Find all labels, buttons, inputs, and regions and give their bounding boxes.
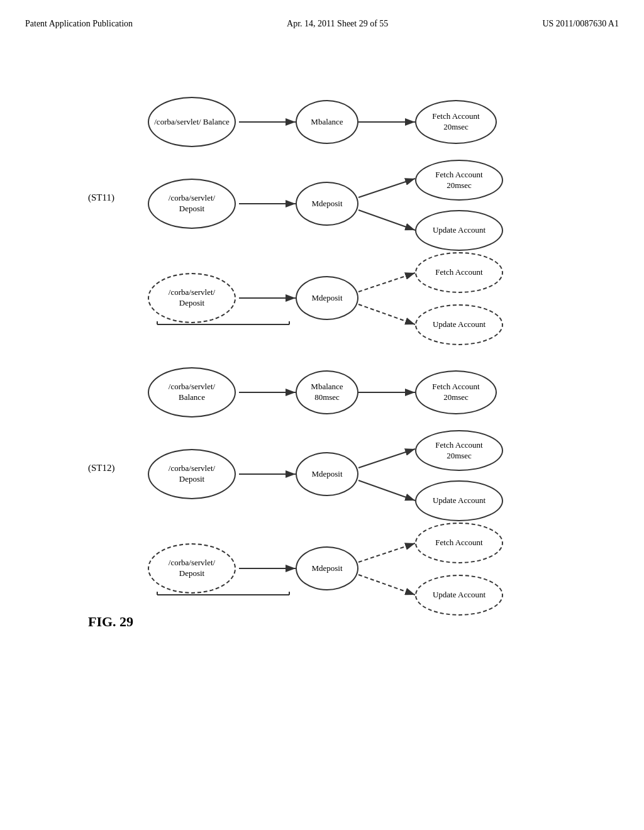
page: Patent Application Publication Apr. 14, … [0,0,644,830]
row4-node1: /corba/servlet/Balance [148,367,236,418]
svg-line-5 [358,179,415,197]
row3-node3a: Fetch Account [415,252,503,293]
row6-node3b: Update Account [415,575,503,616]
row2-node3a: Fetch Account20msec [415,160,503,201]
row3-node2: Mdeposit [296,276,358,320]
st12-label: (ST12) [88,463,115,473]
row2-node1: /corba/servlet/Deposit [148,179,236,229]
svg-line-17 [358,480,415,501]
row3-node1: /corba/servlet/Deposit [148,273,236,323]
svg-line-6 [358,210,415,230]
row5-node3a: Fetch Account20msec [415,430,503,471]
diagram-area: /corba/servlet/ Balance Mbalance Fetch A… [25,48,619,821]
row1-node2: Mbalance [296,100,358,144]
header-left: Patent Application Publication [25,19,133,29]
arrows-svg [25,48,619,821]
page-header: Patent Application Publication Apr. 14, … [25,19,619,29]
svg-line-9 [358,304,415,324]
fig-label: FIG. 29 [88,614,133,630]
row3-node3b: Update Account [415,304,503,345]
header-right: US 2011/0087630 A1 [542,19,619,29]
row4-node3: Fetch Account20msec [415,370,497,414]
row4-node2: Mbalance80msec [296,370,358,414]
header-center: Apr. 14, 2011 Sheet 29 of 55 [287,19,388,29]
row5-node3b: Update Account [415,480,503,521]
row1-node3: Fetch Account20msec [415,100,497,144]
svg-line-16 [358,449,415,468]
svg-line-19 [358,543,415,562]
row6-node1: /corba/servlet/Deposit [148,543,236,594]
row2-node3b: Update Account [415,210,503,251]
row5-node2: Mdeposit [296,452,358,496]
row6-node3a: Fetch Account [415,523,503,563]
svg-line-8 [358,273,415,292]
svg-line-20 [358,575,415,595]
row2-node2: Mdeposit [296,182,358,226]
st11-label: (ST11) [88,192,114,203]
row1-node1: /corba/servlet/ Balance [148,97,236,147]
row6-node2: Mdeposit [296,546,358,590]
row5-node1: /corba/servlet/Deposit [148,449,236,499]
